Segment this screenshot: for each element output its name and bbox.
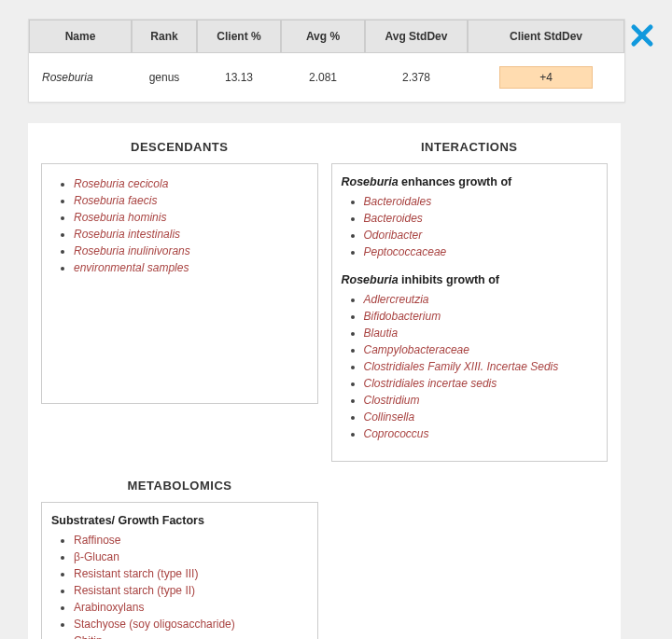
link[interactable]: Roseburia cecicola	[74, 177, 168, 190]
list-item: Blautia	[364, 325, 598, 341]
enhances-heading: Roseburia enhances growth of	[342, 175, 598, 188]
link[interactable]: Stachyose (soy oligosaccharide)	[74, 618, 235, 631]
list-item: Stachyose (soy oligosaccharide)	[74, 616, 308, 632]
link[interactable]: Bacteroidales	[364, 195, 432, 208]
link[interactable]: Peptococcaceae	[364, 245, 447, 258]
cell-avg-stddev: 2.378	[365, 53, 468, 102]
link[interactable]: Roseburia inulinivorans	[74, 244, 190, 257]
link[interactable]: Adlercreutzia	[364, 293, 429, 306]
inhibits-heading: Roseburia inhibits growth of	[342, 273, 598, 286]
link[interactable]: Clostridiales Family XIII. Incertae Sedi…	[364, 360, 559, 373]
list-item: Resistant starch (type III)	[74, 565, 308, 582]
descendants-title: DESCENDANTS	[41, 136, 318, 163]
link[interactable]: environmental samples	[74, 261, 189, 274]
link[interactable]: Clostridium	[364, 394, 420, 407]
cell-client-stddev: +4	[468, 53, 624, 102]
list-item: β-Glucan	[74, 549, 308, 565]
link[interactable]: Odoribacter	[364, 229, 423, 242]
list-item: Chitin	[74, 632, 308, 639]
content-area: DESCENDANTS Roseburia cecicolaRoseburia …	[28, 123, 621, 639]
metabolomics-title: METABOLOMICS	[41, 475, 318, 502]
substrates-heading: Substrates/ Growth Factors	[51, 514, 308, 527]
descendants-list: Roseburia cecicolaRoseburia faecisRosebu…	[51, 175, 308, 276]
th-rank: Rank	[132, 20, 197, 53]
list-item: Roseburia hominis	[74, 209, 308, 226]
link[interactable]: Coprococcus	[364, 427, 429, 440]
list-item: Roseburia faecis	[74, 192, 308, 209]
list-item: environmental samples	[74, 259, 308, 276]
summary-table: Name Rank Client % Avg % Avg StdDev Clie…	[28, 19, 625, 103]
link[interactable]: Raffinose	[74, 534, 120, 547]
list-item: Roseburia inulinivorans	[74, 243, 308, 259]
th-avg-stddev: Avg StdDev	[365, 20, 468, 53]
link[interactable]: Campylobacteraceae	[364, 343, 469, 356]
enhances-list: BacteroidalesBacteroidesOdoribacterPepto…	[342, 193, 598, 260]
link[interactable]: Roseburia hominis	[74, 211, 166, 224]
list-item: Bacteroides	[364, 210, 598, 227]
list-item: Bacteroidales	[364, 193, 598, 210]
link[interactable]: Resistant starch (type II)	[74, 584, 195, 597]
th-client-stddev: Client StdDev	[468, 20, 624, 53]
metabolomics-panel: METABOLOMICS Substrates/ Growth Factors …	[41, 475, 318, 639]
list-item: Odoribacter	[364, 227, 598, 243]
list-item: Clostridium	[364, 392, 598, 409]
list-item: Peptococcaceae	[364, 243, 598, 260]
link[interactable]: Roseburia faecis	[74, 194, 157, 207]
cell-avg-pct: 2.081	[281, 53, 365, 102]
link[interactable]: Roseburia intestinalis	[74, 228, 180, 241]
list-item: Arabinoxylans	[74, 599, 308, 616]
list-item: Campylobacteraceae	[364, 341, 598, 358]
list-item: Collinsella	[364, 409, 598, 425]
close-icon[interactable]	[629, 22, 655, 49]
th-client-pct: Client %	[197, 20, 281, 53]
link[interactable]: β-Glucan	[74, 550, 119, 563]
list-item: Roseburia cecicola	[74, 175, 308, 192]
substrates-list: Raffinoseβ-GlucanResistant starch (type …	[51, 532, 308, 639]
list-item: Clostridiales Family XIII. Incertae Sedi…	[364, 358, 598, 375]
link[interactable]: Collinsella	[364, 410, 415, 424]
list-item: Raffinose	[74, 532, 308, 549]
list-item: Clostridiales incertae sedis	[364, 375, 598, 392]
client-stddev-badge: +4	[499, 66, 593, 89]
list-item: Roseburia intestinalis	[74, 226, 308, 243]
list-item: Bifidobacterium	[364, 308, 598, 325]
link[interactable]: Clostridiales incertae sedis	[364, 377, 497, 390]
th-name: Name	[29, 20, 132, 53]
cell-name: Roseburia	[29, 53, 132, 102]
link[interactable]: Bifidobacterium	[364, 310, 441, 323]
list-item: Resistant starch (type II)	[74, 582, 308, 599]
link[interactable]: Resistant starch (type III)	[74, 567, 198, 580]
th-avg-pct: Avg %	[281, 20, 365, 53]
interactions-panel: INTERACTIONS Roseburia enhances growth o…	[331, 136, 609, 462]
cell-rank: genus	[132, 53, 197, 102]
interactions-title: INTERACTIONS	[331, 136, 609, 163]
inhibits-list: AdlercreutziaBifidobacteriumBlautiaCampy…	[342, 291, 598, 442]
link[interactable]: Blautia	[364, 326, 399, 340]
table-row: Roseburia genus 13.13 2.081 2.378 +4	[29, 53, 624, 102]
list-item: Adlercreutzia	[364, 291, 598, 308]
descendants-panel: DESCENDANTS Roseburia cecicolaRoseburia …	[41, 136, 318, 462]
cell-client-pct: 13.13	[197, 53, 281, 102]
link[interactable]: Bacteroides	[364, 212, 423, 225]
link[interactable]: Arabinoxylans	[74, 601, 144, 614]
list-item: Coprococcus	[364, 425, 598, 442]
link[interactable]: Chitin	[74, 634, 103, 639]
